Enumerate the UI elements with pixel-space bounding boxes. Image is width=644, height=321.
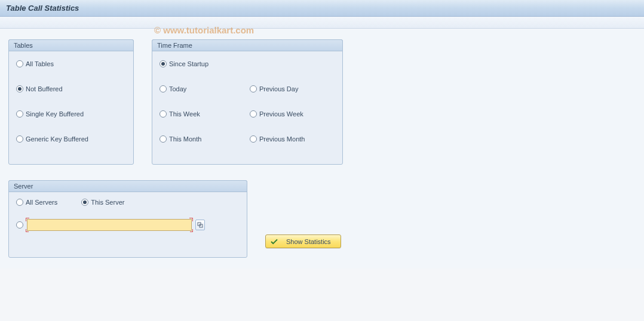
radio-single-key-buffered[interactable]: Single Key Buffered <box>16 110 84 118</box>
radio-circle-icon <box>16 135 23 143</box>
radio-previous-week[interactable]: Previous Week <box>250 110 335 118</box>
radio-this-server[interactable]: This Server <box>81 199 124 206</box>
radio-label: All Tables <box>26 60 54 67</box>
radio-today[interactable]: Today <box>160 85 245 92</box>
radio-all-tables[interactable]: All Tables <box>16 60 54 67</box>
radio-label: This Month <box>169 135 201 143</box>
radio-circle-icon <box>81 199 88 206</box>
radio-label: Since Startup <box>169 60 208 67</box>
radio-circle-icon <box>16 60 23 67</box>
radio-circle-icon <box>250 135 257 143</box>
radio-label: This Week <box>169 110 200 118</box>
content-area: © www.tutorialkart.com Tables All Tables… <box>0 29 644 268</box>
search-help-icon <box>197 222 203 228</box>
radio-generic-key-buffered[interactable]: Generic Key Buffered <box>16 135 88 143</box>
f4-help-button[interactable] <box>195 220 205 230</box>
radio-label: Previous Month <box>259 135 305 143</box>
radio-circle-icon <box>16 221 23 229</box>
radio-circle-icon <box>160 135 167 143</box>
radio-label: Previous Week <box>259 110 303 118</box>
group-server: Server All Servers This Server <box>8 180 247 258</box>
radio-circle-icon <box>16 199 23 206</box>
radio-custom-server[interactable] <box>16 221 23 229</box>
radio-this-month[interactable]: This Month <box>160 135 245 143</box>
radio-label: Single Key Buffered <box>26 110 84 118</box>
group-tables-title: Tables <box>8 39 134 51</box>
show-statistics-button[interactable]: Show Statistics <box>265 234 341 248</box>
group-tables: Tables All Tables Not Buffered Single Ke… <box>8 39 134 165</box>
server-input[interactable] <box>27 219 192 231</box>
radio-label: This Server <box>91 199 124 206</box>
radio-this-week[interactable]: This Week <box>160 110 245 118</box>
radio-label: Today <box>169 85 186 92</box>
show-statistics-label: Show Statistics <box>286 238 331 245</box>
group-timeframe-title: Time Frame <box>152 39 343 51</box>
toolbar-strip <box>0 17 644 29</box>
radio-label: Not Buffered <box>26 85 63 92</box>
radio-all-servers[interactable]: All Servers <box>16 199 57 206</box>
page-title: Table Call Statistics <box>6 4 79 13</box>
group-timeframe: Time Frame Since Startup Today <box>152 39 343 165</box>
group-server-title: Server <box>8 180 247 192</box>
radio-circle-icon <box>160 110 167 118</box>
radio-circle-icon <box>250 110 257 118</box>
check-icon <box>271 238 278 245</box>
radio-circle-icon <box>250 85 257 92</box>
header-bar: Table Call Statistics <box>0 0 644 17</box>
radio-label: All Servers <box>26 199 57 206</box>
radio-circle-icon <box>160 60 167 67</box>
radio-since-startup[interactable]: Since Startup <box>160 60 208 67</box>
radio-label: Previous Day <box>259 85 298 92</box>
radio-circle-icon <box>160 85 167 92</box>
radio-circle-icon <box>16 85 23 92</box>
radio-circle-icon <box>16 110 23 118</box>
radio-previous-month[interactable]: Previous Month <box>250 135 335 143</box>
radio-previous-day[interactable]: Previous Day <box>250 85 335 92</box>
radio-not-buffered[interactable]: Not Buffered <box>16 85 63 92</box>
server-input-wrap <box>27 219 192 231</box>
radio-label: Generic Key Buffered <box>26 135 88 143</box>
